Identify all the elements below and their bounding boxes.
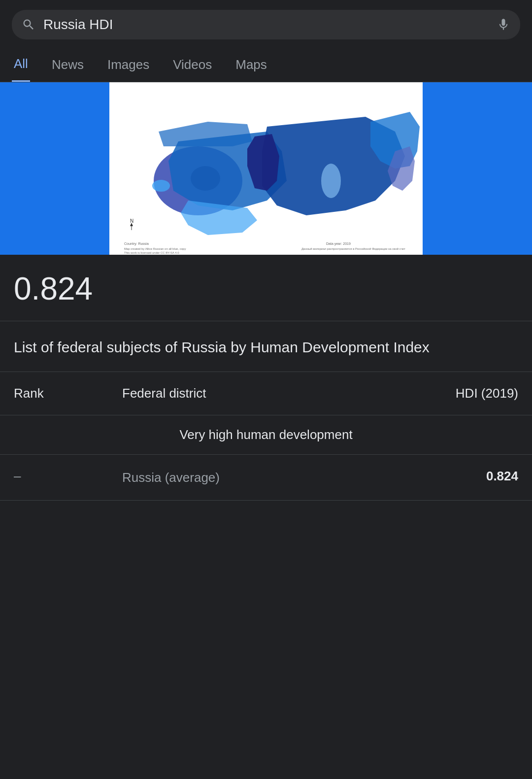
cell-federal-1: Russia (average) [122, 469, 410, 486]
table-section: List of federal subjects of Russia by Hu… [0, 321, 532, 501]
russia-map-svg: N Country: Russia Map created by Allice … [109, 82, 423, 255]
svg-text:N: N [130, 218, 133, 224]
cell-rank-1: – [14, 469, 112, 484]
search-bar-container [0, 0, 532, 47]
svg-point-3 [152, 180, 170, 192]
search-bar[interactable] [12, 10, 520, 39]
cell-hdi-1: 0.824 [420, 469, 518, 484]
svg-text:Данный материал распространяет: Данный материал распространяется в Росси… [301, 247, 405, 250]
russia-map-container: N Country: Russia Map created by Allice … [109, 82, 423, 255]
svg-text:Country: Russia: Country: Russia [124, 242, 149, 246]
tab-news[interactable]: News [50, 48, 86, 81]
hdi-value: 0.824 [14, 271, 518, 307]
tab-videos[interactable]: Videos [171, 48, 214, 81]
table-subheader: Very high human development [0, 415, 532, 455]
table-row: – Russia (average) 0.824 [0, 455, 532, 501]
map-section: N Country: Russia Map created by Allice … [0, 82, 532, 255]
hdi-value-section: 0.824 [0, 255, 532, 321]
svg-text:Map created by Allice Russian : Map created by Allice Russian on all blu… [124, 247, 186, 250]
svg-point-4 [321, 164, 341, 198]
table-header: Rank Federal district HDI (2019) [0, 372, 532, 415]
mic-icon[interactable] [497, 18, 510, 32]
svg-text:Data year: 2019: Data year: 2019 [326, 242, 351, 246]
tab-all[interactable]: All [12, 47, 30, 82]
tab-images[interactable]: Images [105, 48, 151, 81]
col-hdi-header: HDI (2019) [420, 386, 518, 401]
subheader-text: Very high human development [179, 427, 352, 442]
search-icon [22, 18, 35, 32]
tab-maps[interactable]: Maps [233, 48, 269, 81]
col-federal-header: Federal district [122, 386, 410, 401]
col-rank-header: Rank [14, 386, 112, 401]
search-input[interactable] [43, 17, 489, 33]
svg-text:This work is licensed under CC: This work is licensed under CC BY-SA 4.0 [124, 251, 179, 254]
table-title: List of federal subjects of Russia by Hu… [0, 321, 532, 372]
nav-tabs: All News Images Videos Maps [0, 47, 532, 82]
